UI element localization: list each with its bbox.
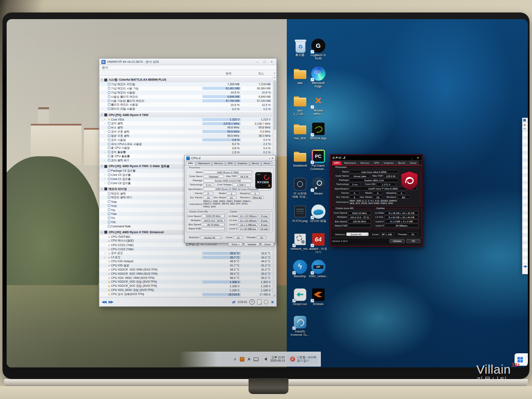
- tab-cpu[interactable]: CPU: [332, 161, 342, 165]
- sensor-row[interactable]: CPU CCD2 (Tdie): [99, 247, 276, 251]
- tab-bench[interactable]: Bench: [250, 161, 261, 165]
- settings-gear-icon[interactable]: [264, 300, 268, 304]
- tab-mainboard[interactable]: Mainboard: [342, 161, 358, 165]
- desktop-icon-bandizip[interactable]: ↗Bandizip: [291, 260, 309, 288]
- scroll-up-icon[interactable]: ▲: [273, 71, 276, 74]
- desktop-icon-folder[interactable]: hwi_828: [291, 122, 309, 150]
- desktop-icon-nvidia[interactable]: ↗NVIDIA App: [309, 122, 328, 150]
- close-sensors-icon[interactable]: ×: [271, 300, 274, 305]
- hwinfo-titlebar[interactable]: HWiNFO® 64 v8.22-5670 - 센서 상태 – □ ×: [99, 59, 276, 65]
- sensor-row[interactable]: 물리적 메모리 사용량10.5 %10.5 %: [99, 103, 276, 107]
- sensor-row[interactable]: CPU VDD_MISC 전압 (SVI3 TFN)1.100 V1.100 V: [99, 288, 276, 292]
- minimize-button[interactable]: _: [410, 156, 414, 160]
- tab-graphics[interactable]: Graphics: [382, 161, 396, 165]
- sensor-row[interactable]: ›코어 유효 클럭59.5 MHz9.3 MHz: [99, 130, 276, 134]
- ime-indicator[interactable]: A: [248, 357, 251, 361]
- minimize-button[interactable]: –: [255, 60, 260, 64]
- sensor-row[interactable]: CPU VDDCR_SOC VRM (SVI3 TFN)35.0 °C33.0 …: [99, 272, 276, 276]
- desktop-icon-folder[interactable]: ads: [291, 66, 309, 94]
- sensor-row[interactable]: CPU IOD 평균41.7 °C41.2 °C: [99, 264, 276, 268]
- close-button[interactable]: ×: [269, 60, 274, 64]
- sensor-row[interactable]: ›코어 온도35.6 °C33.6 °C: [99, 251, 276, 255]
- sensor-row[interactable]: ›코어 활용률1.5 %0.2 %: [99, 150, 276, 154]
- tab-graphics[interactable]: Graphics: [235, 161, 249, 165]
- close-button[interactable]: ×: [272, 156, 273, 160]
- sensor-row[interactable]: 가상 메모리 사용 가능61,461 MB60,984 MB: [99, 86, 276, 91]
- tray-hwinfo-icon[interactable]: [240, 357, 244, 362]
- sensor-row[interactable]: 사용된 물리적 메모리6,846 MB6,846 MB: [99, 95, 276, 99]
- clock-icon[interactable]: [249, 299, 255, 305]
- hwinfo-column-header[interactable]: 현재 최소 ▲: [99, 70, 276, 76]
- close-button[interactable]: Close: [261, 242, 274, 246]
- validate-button[interactable]: Validate: [244, 242, 259, 246]
- desktop-icon-steam[interactable]: ↗Steam: [309, 177, 328, 205]
- sensor-row[interactable]: CPU IOD Hotspot45.5 °C44.0 °C: [99, 259, 276, 264]
- sensor-row[interactable]: 페이지 파일 사용량0.0 %0.0 %: [99, 107, 276, 111]
- tab-mainboard[interactable]: Mainboard: [196, 161, 212, 165]
- sensor-row[interactable]: ›L3 온도35.7 °C34.0 °C: [99, 255, 276, 259]
- desktop-icon-folder[interactable]: cpu-z_2.16-...: [291, 94, 309, 122]
- sensor-row[interactable]: 사용 가능한 물리적 메모리57,784 MB57,333 MB: [99, 99, 276, 103]
- search-box[interactable]: 검색: [525, 355, 528, 364]
- sensor-row[interactable]: 평균 유효 클럭59.5 MHz38.0 MHz: [99, 134, 276, 138]
- cpuz-titlebar[interactable]: CPU-Z _ ×: [331, 155, 422, 160]
- desktop-icon-pycharm[interactable]: ↗PyCharm Communi...: [309, 149, 328, 177]
- tab-cpu[interactable]: CPU: [186, 161, 195, 165]
- sensor-row[interactable]: CPU 코어 전류(SVI3 TFN)18.016 A17.450 A: [99, 292, 276, 296]
- sensor-row[interactable]: 최대 CPU/스레드 사용량5.2 %2.2 %: [99, 142, 276, 146]
- desktop-icon-aida64[interactable]: ↗aida64 - 바로 가기: [309, 232, 328, 260]
- sensor-row[interactable]: ›코어 클럭4,578.1 MHz3,108.7 MHz: [99, 121, 276, 126]
- column-current[interactable]: 현재: [226, 71, 232, 76]
- maximize-button[interactable]: □: [262, 60, 267, 64]
- nav-back-button[interactable]: ◀◀: [102, 300, 106, 304]
- value-box[interactable]: Socket #1: [200, 236, 222, 239]
- sensor-row[interactable]: ›Core VIDs1.320 V1.215 V: [99, 117, 276, 121]
- sensor-row[interactable]: CPU VDDCR_VDD VRM (SVI3 TFN)34.0 °C31.0 …: [99, 268, 276, 272]
- minimize-button[interactable]: –: [268, 156, 270, 160]
- tab-spd[interactable]: SPD: [226, 161, 235, 165]
- keyboard-icon[interactable]: [254, 357, 259, 361]
- sensor-section-row[interactable]: ∨CPU [P0]: AMD Ryzen 9 7900: [99, 112, 276, 117]
- desktop-icon-whale[interactable]: ↗네이버 웨일: [309, 204, 328, 232]
- sensor-row[interactable]: CPU VDDCR_SOC 전압 (SVI3 TFN)1.105 V1.105 …: [99, 284, 276, 288]
- desktop-icon-recycle[interactable]: 휴지통: [291, 39, 309, 66]
- sports-widget[interactable]: 니혼햄 - 세이부경기 점수: [288, 355, 318, 363]
- column-min[interactable]: 최소: [258, 71, 264, 76]
- clock-datetime[interactable]: 오후 11:022025-09-13: [270, 356, 285, 362]
- tab-about[interactable]: About: [261, 161, 272, 165]
- scrollbar-down-icon[interactable]: ▼: [273, 295, 276, 297]
- desktop-icon-folder[interactable]: TestMem5: [291, 149, 309, 177]
- start-button[interactable]: [517, 357, 523, 362]
- hwinfo-menu-sensors[interactable]: 센서: [99, 65, 276, 70]
- tab-memory[interactable]: Memory: [212, 161, 225, 165]
- desktop-icon-ghub[interactable]: ↗Logitech G HUB: [309, 39, 328, 66]
- sensor-row[interactable]: 총 CPU 사용량0.8 %0.4 %: [99, 146, 276, 150]
- tab-memory[interactable]: Memory: [358, 161, 372, 165]
- sync-icon[interactable]: ⇄: [232, 300, 236, 304]
- desktop-icon-intel[interactable]: ↗Intel(R) Extreme Tu...: [291, 315, 309, 343]
- tab-about[interactable]: About: [408, 161, 419, 165]
- desktop-icon-edge[interactable]: ↗Microsoft Edge: [309, 66, 328, 94]
- desktop-icon-deepcool[interactable]: ↗DeepCool: [291, 288, 309, 315]
- ok-button[interactable]: OK: [406, 239, 421, 243]
- desktop-icon-mouse[interactable]: ↗Mouse witho...: [309, 94, 328, 122]
- sensor-row[interactable]: CPU VDD_MISC VRM (SVI3 TFN)56.0 °C54.0 °…: [99, 276, 276, 280]
- report-icon[interactable]: [257, 299, 261, 305]
- close-button[interactable]: ×: [416, 156, 420, 160]
- hwinfo-sliver-window[interactable]: 센서 ◀▶: [522, 118, 528, 274]
- desktop-icon-gears[interactable]: ↗network_res...: [291, 232, 309, 260]
- sensor-row[interactable]: 가상 메모리 커밋됨7,265 MB7,218 MB: [99, 82, 276, 86]
- tray-chevron-icon[interactable]: ∧: [234, 357, 236, 361]
- nav-forward-button[interactable]: ▶▶: [108, 300, 113, 304]
- tab-bench[interactable]: Bench: [396, 161, 407, 165]
- tools-button[interactable]: Tools ▼: [228, 242, 243, 246]
- sensor-row[interactable]: 가상 메모리 사용량10.5 %10.5 %: [99, 91, 276, 95]
- sensor-row[interactable]: ›코어 사용량0.8 %0.0 %: [99, 138, 276, 142]
- desktop-icon-image[interactable]: 마지막.png: [291, 204, 309, 232]
- desktop-icon-spotlight[interactable]: 이 사진에 대해 자세...: [291, 177, 309, 205]
- tab-spd[interactable]: SPD: [372, 161, 381, 165]
- scrollbar-thumb[interactable]: [273, 80, 276, 130]
- scrollbar-up-icon[interactable]: ▲: [273, 76, 276, 79]
- sensor-row[interactable]: CPU VDDCR_VDD 전압 (SVI3 TFN)1.308 V1.302 …: [99, 280, 276, 284]
- speaker-icon[interactable]: [262, 357, 267, 361]
